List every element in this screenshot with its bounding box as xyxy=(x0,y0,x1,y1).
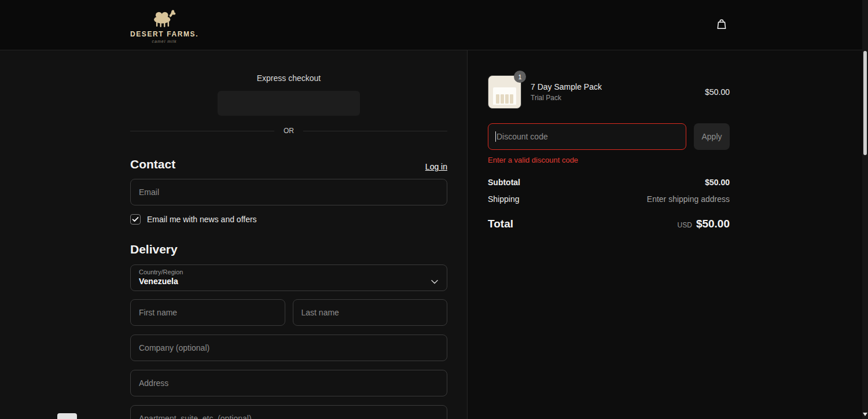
total-value: $50.00 xyxy=(696,218,730,230)
address-field[interactable] xyxy=(130,370,447,396)
store-tagline: camel milk xyxy=(152,39,177,43)
newsletter-option[interactable]: Email me with news and offers xyxy=(130,214,447,225)
last-name-field[interactable] xyxy=(293,299,448,326)
product-variant: Trial Pack xyxy=(531,94,696,102)
discount-error-message: Enter a valid discount code xyxy=(488,156,730,164)
discount-form: Apply xyxy=(488,123,730,150)
company-field[interactable] xyxy=(130,335,447,361)
country-select-value: Venezuela xyxy=(139,277,439,286)
shipping-row: Shipping Enter shipping address xyxy=(488,194,730,204)
shipping-label: Shipping xyxy=(488,194,520,204)
express-checkout-button[interactable] xyxy=(218,91,360,116)
scrollbar-down-arrow[interactable] xyxy=(863,411,867,417)
scrollbar-thumb[interactable] xyxy=(863,51,867,155)
or-divider-label: OR xyxy=(284,127,294,135)
store-logo[interactable]: DESERT FARMS. camel milk xyxy=(130,6,198,43)
delivery-heading: Delivery xyxy=(130,242,447,256)
express-checkout-title: Express checkout xyxy=(130,73,447,83)
newsletter-label: Email me with news and offers xyxy=(147,215,257,224)
bottom-left-widget[interactable] xyxy=(57,413,77,419)
apply-discount-button[interactable]: Apply xyxy=(694,123,730,150)
shopping-bag-icon xyxy=(715,18,728,32)
store-name: DESERT FARMS. xyxy=(130,30,198,38)
header: DESERT FARMS. camel milk xyxy=(0,0,868,50)
checkout-form-panel: Express checkout OR Contact Log in xyxy=(0,50,468,419)
or-divider: OR xyxy=(130,127,447,135)
subtotal-label: Subtotal xyxy=(488,178,520,187)
quantity-badge: 1 xyxy=(514,71,526,83)
subtotal-row: Subtotal $50.00 xyxy=(488,178,730,187)
shipping-value: Enter shipping address xyxy=(647,194,730,204)
total-label: Total xyxy=(488,218,513,230)
login-link[interactable]: Log in xyxy=(425,162,447,171)
divider-line xyxy=(130,131,274,131)
check-icon xyxy=(132,214,139,225)
newsletter-checkbox[interactable] xyxy=(130,214,141,225)
contact-heading: Contact xyxy=(130,157,175,171)
main-content: Express checkout OR Contact Log in xyxy=(0,50,868,419)
camel-logo-icon xyxy=(146,9,183,30)
country-select-label: Country/Region xyxy=(139,269,439,275)
subtotal-value: $50.00 xyxy=(705,178,730,187)
first-name-field[interactable] xyxy=(130,299,285,326)
scrollbar-track[interactable] xyxy=(862,0,868,419)
checkout-page: DESERT FARMS. camel milk Express checkou… xyxy=(0,0,868,419)
text-cursor xyxy=(495,131,496,142)
chevron-down-icon xyxy=(431,276,438,286)
currency-code: USD xyxy=(678,221,692,229)
cart-button[interactable] xyxy=(715,18,728,32)
country-select[interactable]: Country/Region Venezuela xyxy=(130,264,447,291)
cart-line-item: 1 7 Day Sample Pack Trial Pack $50.00 xyxy=(488,75,730,109)
discount-code-input[interactable] xyxy=(488,123,686,150)
product-title: 7 Day Sample Pack xyxy=(531,82,696,91)
order-summary-panel: 1 7 Day Sample Pack Trial Pack $50.00 Ap… xyxy=(468,50,868,419)
email-field[interactable] xyxy=(130,179,447,205)
product-price: $50.00 xyxy=(705,87,730,97)
totals-section: Subtotal $50.00 Shipping Enter shipping … xyxy=(488,178,730,230)
total-row: Total USD $50.00 xyxy=(488,218,730,230)
divider-line xyxy=(303,131,447,131)
apartment-field[interactable] xyxy=(130,405,447,419)
